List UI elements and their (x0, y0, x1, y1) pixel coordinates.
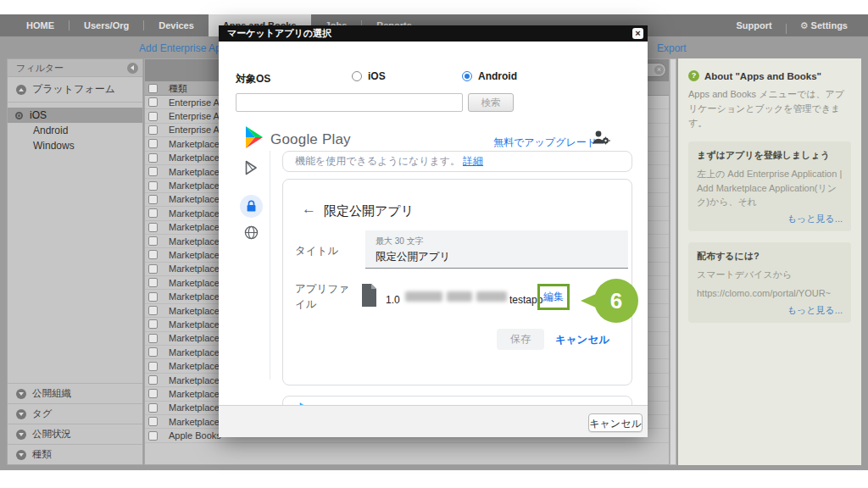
row-checkbox[interactable] (148, 125, 158, 135)
step-callout-badge: 6 (594, 279, 638, 323)
row-checkbox[interactable] (148, 97, 158, 107)
nav-settings-label: Settings (811, 20, 848, 30)
platform-section-label: プラットフォーム (32, 82, 115, 97)
os-radio-android[interactable]: Android (462, 70, 517, 82)
app-search-input[interactable] (236, 93, 463, 112)
edit-link[interactable]: 編集 (543, 290, 564, 304)
nav-separator (786, 24, 787, 34)
nav-settings-link[interactable]: ⚙ Settings (795, 14, 853, 36)
row-checkbox[interactable] (148, 278, 158, 287)
row-checkbox[interactable] (148, 306, 158, 315)
row-checkbox[interactable] (148, 208, 158, 218)
dialog-cancel-button[interactable]: キャンセル (588, 413, 643, 432)
collapse-sidebar-button[interactable] (127, 63, 138, 74)
title-field-value: 限定公開アプリ (376, 250, 628, 264)
sidebar-section-label: タグ (32, 408, 53, 420)
row-checkbox[interactable] (148, 347, 158, 357)
row-checkbox[interactable] (148, 112, 158, 121)
platform-filter-ios[interactable]: iOS (8, 108, 142, 123)
row-checkbox[interactable] (148, 167, 158, 176)
row-type-label: Apple Books (169, 430, 221, 441)
nav-tab-devices[interactable]: Devices (144, 14, 209, 36)
save-button[interactable]: 保存 (497, 329, 544, 350)
row-checkbox[interactable] (148, 250, 158, 259)
row-checkbox[interactable] (148, 362, 158, 371)
export-link[interactable]: Export (657, 42, 687, 54)
chevron-down-circle-icon (16, 389, 26, 399)
os-radio-ios[interactable]: iOS (352, 70, 386, 82)
google-play-brand: Google Play (270, 131, 351, 148)
select-all-checkbox[interactable] (148, 84, 158, 93)
about-title: About "Apps and Books" (704, 71, 821, 81)
filter-title: フィルター (16, 62, 64, 75)
row-checkbox[interactable] (148, 223, 158, 232)
row-checkbox[interactable] (148, 181, 158, 191)
private-app-heading: 限定公開アプリ (324, 203, 414, 219)
title-field-hint: 最大 30 文字 (376, 236, 628, 247)
row-checkbox[interactable] (148, 431, 158, 441)
platform-filter-android[interactable]: Android (8, 123, 142, 138)
upgrade-link[interactable]: 無料でアップグレード (493, 136, 597, 150)
row-checkbox[interactable] (148, 236, 158, 246)
help-card-text: スマートデバイスから (697, 268, 843, 282)
row-checkbox[interactable] (148, 417, 158, 426)
os-radio-label: iOS (368, 70, 386, 82)
row-checkbox[interactable] (148, 389, 158, 398)
row-checkbox[interactable] (148, 403, 158, 413)
screen: HOMEUsers/OrgDevicesApps and BooksJobsRe… (0, 0, 868, 488)
platform-filter-label: Android (33, 125, 68, 136)
private-apps-tab[interactable] (240, 195, 263, 218)
sidebar-collapsed-sections: 公開組織タグ公開状況種類 (8, 383, 142, 464)
form-cancel-link[interactable]: キャンセル (555, 333, 609, 347)
row-checkbox[interactable] (148, 292, 158, 302)
private-app-panel: ← 限定公開アプリ タイトル 最大 30 文字 限定公開アプリ アプリファイル … (282, 179, 632, 385)
notice-details-link[interactable]: 詳細 (463, 154, 483, 169)
edit-highlight-box: 編集 (537, 284, 570, 310)
radio-button-icon (352, 71, 362, 81)
sidebar-section--[interactable]: 種類 (8, 444, 142, 464)
sidebar-section-label: 公開状況 (32, 428, 71, 441)
nav-support-link[interactable]: Support (731, 14, 776, 36)
gear-icon: ⚙ (800, 20, 809, 30)
clear-search-icon[interactable]: × (654, 65, 664, 75)
back-arrow-icon[interactable]: ← (302, 201, 316, 218)
about-description: Apps and Books メニューでは、アプリケーションとブックを管理できま… (688, 87, 851, 130)
account-settings-icon[interactable] (592, 130, 610, 146)
row-checkbox[interactable] (148, 153, 158, 163)
row-checkbox[interactable] (148, 195, 158, 204)
help-card: 配布するには?スマートデバイスからhttps://clomo.com/porta… (688, 242, 851, 323)
chevron-down-circle-icon (16, 450, 26, 460)
table-scrollbar[interactable] (670, 58, 676, 465)
row-checkbox[interactable] (148, 334, 158, 343)
upgrade-notice-panel: 機能を使用できるようになります。 詳細 (282, 151, 632, 172)
platform-filter-label: Windows (33, 140, 75, 152)
see-more-link[interactable]: もっと見る... (697, 304, 843, 317)
sidebar-section--[interactable]: タグ (8, 403, 142, 424)
help-card-title: 配布するには? (697, 250, 843, 263)
help-cards: まずはアプリを登録しましょう左上の Add Enterprise Applica… (688, 141, 851, 323)
nav-tab-users-org[interactable]: Users/Org (70, 14, 143, 36)
help-card-text: https://clomo.com/portal/YOUR~ (697, 286, 843, 301)
globe-icon[interactable] (244, 225, 259, 240)
dialog-footer: キャンセル (219, 405, 648, 437)
row-checkbox[interactable] (148, 319, 158, 329)
platform-filter-windows[interactable]: Windows (8, 138, 142, 153)
search-button[interactable]: 検索 (468, 93, 514, 112)
nav-tab-home[interactable]: HOME (12, 14, 69, 36)
row-checkbox[interactable] (148, 139, 158, 148)
chevron-up-circle-icon (16, 85, 26, 95)
sidebar-section-platform[interactable]: プラットフォーム (8, 77, 142, 103)
row-checkbox[interactable] (148, 264, 158, 274)
title-field[interactable]: 最大 30 文字 限定公開アプリ (365, 230, 628, 269)
play-store-outline-icon[interactable] (242, 159, 259, 176)
sidebar-section--[interactable]: 公開組織 (8, 383, 142, 403)
close-icon[interactable]: × (632, 28, 643, 39)
chevron-down-circle-icon (16, 409, 26, 419)
see-more-link[interactable]: もっと見る... (697, 213, 843, 225)
sidebar-section-label: 種類 (32, 448, 52, 461)
sidebar-section--[interactable]: 公開状況 (8, 424, 142, 444)
sidebar-section-label: 公開組織 (32, 387, 71, 400)
filter-sidebar: フィルター プラットフォーム iOSAndroidWindows 公開組織タグ公… (7, 58, 143, 465)
file-icon (360, 284, 378, 307)
row-checkbox[interactable] (148, 375, 158, 385)
